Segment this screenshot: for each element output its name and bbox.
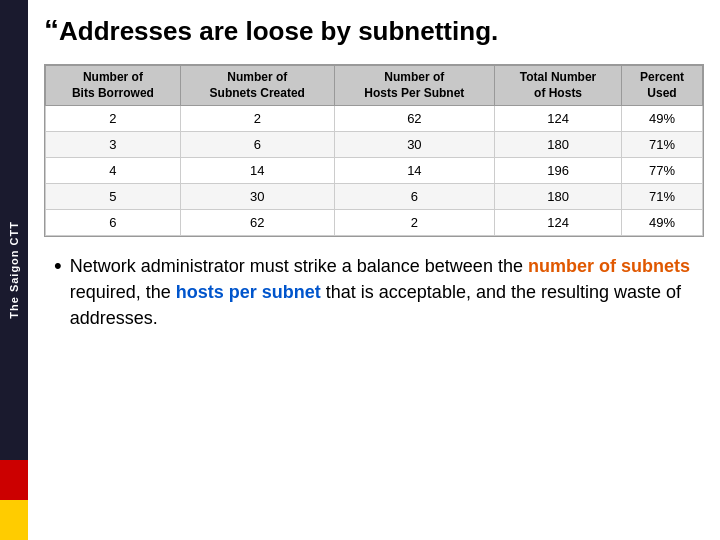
table-header-row: Number ofBits Borrowed Number ofSubnets … <box>46 66 703 106</box>
table-cell: 49% <box>622 106 703 132</box>
bullet-dot: • <box>54 253 62 279</box>
page-title: “Addresses are loose by subnetting. <box>44 12 704 48</box>
col-header-hosts-subnet: Number ofHosts Per Subnet <box>334 66 494 106</box>
col-header-percent: PercentUsed <box>622 66 703 106</box>
main-content: “Addresses are loose by subnetting. Numb… <box>28 0 720 540</box>
highlight-subnets: number of subnets <box>528 256 690 276</box>
table-cell: 2 <box>180 106 334 132</box>
sidebar-label: The Saigon CTT <box>8 221 20 319</box>
table-cell: 14 <box>180 158 334 184</box>
open-quote-char: “ <box>44 13 59 46</box>
highlight-hosts: hosts per subnet <box>176 282 321 302</box>
table-cell: 6 <box>180 132 334 158</box>
table-cell: 5 <box>46 184 181 210</box>
bullet-text: Network administrator must strike a bala… <box>70 253 704 331</box>
title-text: Addresses are loose by subnetting. <box>59 16 498 46</box>
table-cell: 62 <box>180 210 334 236</box>
table-row: 226212449% <box>46 106 703 132</box>
table-cell: 49% <box>622 210 703 236</box>
table-row: 363018071% <box>46 132 703 158</box>
subnetting-table: Number ofBits Borrowed Number ofSubnets … <box>44 64 704 237</box>
table-cell: 14 <box>334 158 494 184</box>
table-cell: 4 <box>46 158 181 184</box>
bullet-item: • Network administrator must strike a ba… <box>54 253 704 331</box>
table-cell: 2 <box>46 106 181 132</box>
table-cell: 71% <box>622 132 703 158</box>
table-cell: 62 <box>334 106 494 132</box>
table-cell: 124 <box>495 106 622 132</box>
table-cell: 30 <box>180 184 334 210</box>
table-row: 530618071% <box>46 184 703 210</box>
table-cell: 77% <box>622 158 703 184</box>
table-cell: 196 <box>495 158 622 184</box>
sidebar: The Saigon CTT <box>0 0 28 540</box>
table-cell: 3 <box>46 132 181 158</box>
table-cell: 71% <box>622 184 703 210</box>
table-body: 226212449%363018071%4141419677%530618071… <box>46 106 703 236</box>
table-cell: 124 <box>495 210 622 236</box>
table-cell: 30 <box>334 132 494 158</box>
data-table: Number ofBits Borrowed Number ofSubnets … <box>45 65 703 236</box>
table-cell: 6 <box>334 184 494 210</box>
col-header-subnets: Number ofSubnets Created <box>180 66 334 106</box>
table-cell: 180 <box>495 184 622 210</box>
table-cell: 6 <box>46 210 181 236</box>
col-header-bits: Number ofBits Borrowed <box>46 66 181 106</box>
table-cell: 180 <box>495 132 622 158</box>
col-header-total-hosts: Total Numberof Hosts <box>495 66 622 106</box>
table-cell: 2 <box>334 210 494 236</box>
table-row: 4141419677% <box>46 158 703 184</box>
bullet-section: • Network administrator must strike a ba… <box>44 253 704 331</box>
yellow-accent-block <box>0 500 28 540</box>
table-row: 662212449% <box>46 210 703 236</box>
